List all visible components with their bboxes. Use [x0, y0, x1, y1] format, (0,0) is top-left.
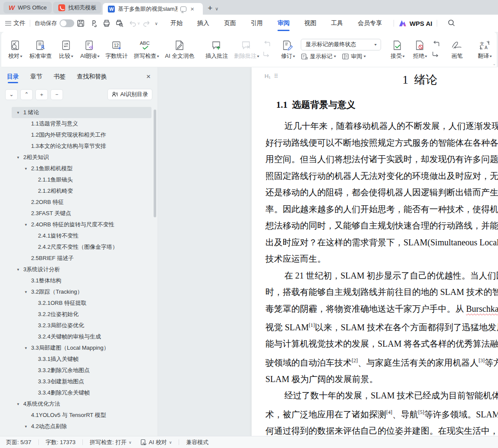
delete-comment-button[interactable]: 删除批注▾: [231, 37, 262, 62]
ai-recognize-toc-button[interactable]: AI识别目录: [107, 89, 152, 100]
toc-item[interactable]: ▼ 3.3.3创建新地图点: [12, 376, 151, 387]
reject-button[interactable]: 拒绝▾: [409, 37, 431, 62]
collapse-triangle-icon[interactable]: ▼: [16, 156, 23, 160]
standard-review-button[interactable]: 标准审查: [26, 37, 55, 62]
menu-review[interactable]: 审阅: [270, 15, 297, 32]
save-button[interactable]: [75, 18, 86, 29]
autosave-toggle[interactable]: [60, 19, 74, 27]
toc-item[interactable]: ▼ 3.3.2删除冗余地图点: [12, 365, 151, 376]
collapse-triangle-icon[interactable]: ▼: [24, 425, 31, 429]
collapse-triangle-icon[interactable]: ▼: [16, 111, 23, 115]
track-changes-button[interactable]: 修订▾: [277, 37, 299, 62]
toc-item[interactable]: ▼ 8 continue: [12, 432, 151, 436]
page-indicator[interactable]: 页面: 5/37: [6, 439, 32, 446]
toc-zoom-in-button[interactable]: ＋: [35, 89, 48, 100]
markup-state-dropdown[interactable]: 显示标记的最终状态 ▾: [301, 39, 381, 50]
toc-item[interactable]: ▼ 2相关知识: [12, 152, 151, 163]
collapse-triangle-icon[interactable]: ▼: [16, 268, 23, 272]
toc-item[interactable]: ▼ 1 绪论: [12, 107, 151, 118]
tab-list-chevron-icon[interactable]: ∨: [215, 6, 218, 12]
next-comment-button[interactable]: [263, 51, 271, 58]
collapse-triangle-icon[interactable]: ▼: [24, 223, 31, 227]
toc-item[interactable]: ▼ 3.3.1插入关键帧: [12, 354, 151, 365]
toc-collapse-button[interactable]: ⌃: [20, 89, 33, 100]
toc-item[interactable]: ▼ 2.2ORB 特征: [12, 197, 151, 208]
toc-item[interactable]: ▼ 2.1.2相机畸变: [12, 185, 151, 197]
toc-item[interactable]: ▼ 1.2国内外研究现状和相关工作: [12, 129, 151, 141]
toc-item[interactable]: ▼ 3.2.1ORB 特征提取: [12, 298, 151, 309]
print-preview-button[interactable]: [114, 18, 125, 29]
menu-view[interactable]: 视图: [297, 15, 324, 32]
translate-button[interactable]: 文A 翻译▾: [473, 37, 496, 62]
tab-find-replace[interactable]: 查找和替换: [77, 68, 107, 86]
tab-close-icon[interactable]: ×: [189, 5, 195, 13]
tab-chapters[interactable]: 章节: [30, 68, 42, 86]
toc-item[interactable]: ▼ 1.1选题背景与意义: [12, 118, 151, 129]
toc-item[interactable]: ▼ 2.4.1旋转不变性: [12, 230, 151, 241]
word-count-indicator[interactable]: 字数: 17373: [46, 439, 76, 446]
toc-item[interactable]: ▼ 2.1鱼眼相机模型: [12, 163, 151, 174]
ribbon-collapse-icon[interactable]: ⌄: [492, 62, 496, 66]
undo-chevron-icon[interactable]: ∨: [137, 21, 140, 25]
spellcheck-status[interactable]: 拼写检查: 打开∨: [90, 439, 132, 446]
tab-comment-icon[interactable]: [180, 6, 186, 12]
menu-tools[interactable]: 工具: [324, 15, 350, 32]
toc-item[interactable]: ▼ 2.5BRIEF 描述子: [12, 253, 151, 264]
export-pdf-button[interactable]: [88, 18, 99, 29]
toc-item[interactable]: ▼ 3.2跟踪（Tracking）: [12, 286, 151, 298]
toc-item[interactable]: ▼ 1.3本文的论文结构与章节安排: [12, 141, 151, 152]
tab-contents[interactable]: 目录: [7, 68, 19, 86]
undo-button[interactable]: [127, 18, 138, 29]
collapse-triangle-icon[interactable]: ▼: [24, 346, 31, 350]
menu-member[interactable]: 会员专享: [350, 15, 389, 32]
ai-polish-button[interactable]: AI 全文润色: [162, 37, 197, 62]
collapse-triangle-icon[interactable]: ▼: [16, 402, 23, 406]
quickbar-chevron-icon[interactable]: ∨: [155, 21, 158, 26]
toc-expand-button[interactable]: ⌄: [5, 89, 18, 100]
menu-reference[interactable]: 引用: [243, 15, 270, 32]
heading-anchor[interactable]: H₁ ⠿: [265, 73, 277, 79]
toc-item[interactable]: ▼ 3.2.4关键帧的审核与生成: [12, 331, 151, 342]
toc-item[interactable]: ▼ 4.1YOLOv5 与 TensorRT 模型: [12, 410, 151, 421]
next-change-button[interactable]: [432, 51, 440, 58]
menu-insert[interactable]: 插入: [190, 15, 217, 32]
show-markup-button[interactable]: 显示标记▾: [301, 53, 336, 60]
redo-button[interactable]: [141, 18, 152, 29]
tab-bookmarks[interactable]: 书签: [54, 68, 66, 86]
insert-comment-button[interactable]: 插入批注: [202, 37, 231, 62]
document-page[interactable]: H₁ ⠿ 1 绪论 1.1 选题背景与意义 近几十年来，随着移动机器人的不断发展…: [252, 67, 498, 436]
ai-proofread-status[interactable]: A AI 校对∨: [140, 439, 172, 446]
collapse-triangle-icon[interactable]: ▼: [24, 167, 31, 171]
toc-zoom-out-button[interactable]: −: [50, 89, 63, 100]
toc-item[interactable]: ▼ 2.4.2尺度不变性（图像金字塔）: [12, 241, 151, 253]
proofread-button[interactable]: 校对▾: [4, 37, 26, 62]
toc-item[interactable]: ▼ 3.2.2位姿初始化: [12, 309, 151, 320]
new-tab-button[interactable]: +: [208, 3, 212, 13]
sidebar-scrollbar[interactable]: [154, 110, 156, 217]
toc-item[interactable]: ▼ 3系统设计分析: [12, 264, 151, 275]
previous-comment-button[interactable]: [263, 41, 271, 48]
toc-item[interactable]: ▼ 4.2动态点剔除: [12, 421, 151, 432]
toc-item[interactable]: ▼ 3.3.4删除冗余关键帧: [12, 387, 151, 398]
toc-item[interactable]: ▼ 3.1整体结构: [12, 275, 151, 286]
print-button[interactable]: [101, 18, 112, 29]
toc-item[interactable]: ▼ 2.3FAST 关键点: [12, 208, 151, 219]
tab-docer[interactable]: 找稻壳模板: [53, 2, 101, 13]
drag-handle-icon[interactable]: ⠿: [274, 73, 278, 79]
word-count-button[interactable]: 12 字数统计: [102, 37, 131, 62]
brush-button[interactable]: 画笔: [446, 37, 468, 62]
toc-item[interactable]: ▼ 4系统优化方法: [12, 398, 151, 410]
search-icon[interactable]: [448, 19, 455, 28]
accept-button[interactable]: 接受▾: [386, 37, 409, 62]
menu-page[interactable]: 页面: [217, 15, 243, 32]
sidebar-close-icon[interactable]: ×: [146, 72, 151, 81]
toc-item[interactable]: ▼ 3.3局部建图（Local Mapping）: [12, 342, 151, 354]
tab-wps-office[interactable]: W WPS Office: [3, 2, 52, 13]
toc-item[interactable]: ▼ 2.1.1鱼眼镜头: [12, 174, 151, 185]
menu-start[interactable]: 开始: [163, 15, 190, 32]
collapse-triangle-icon[interactable]: ▼: [24, 290, 31, 294]
toc-item[interactable]: ▼ 2.4ORB 特征的旋转与尺度不变性: [12, 219, 151, 230]
ai-read-aloud-button[interactable]: AI朗读▾: [77, 37, 102, 62]
review-pane-button[interactable]: 审阅▾: [342, 53, 366, 60]
previous-change-button[interactable]: [432, 41, 440, 48]
